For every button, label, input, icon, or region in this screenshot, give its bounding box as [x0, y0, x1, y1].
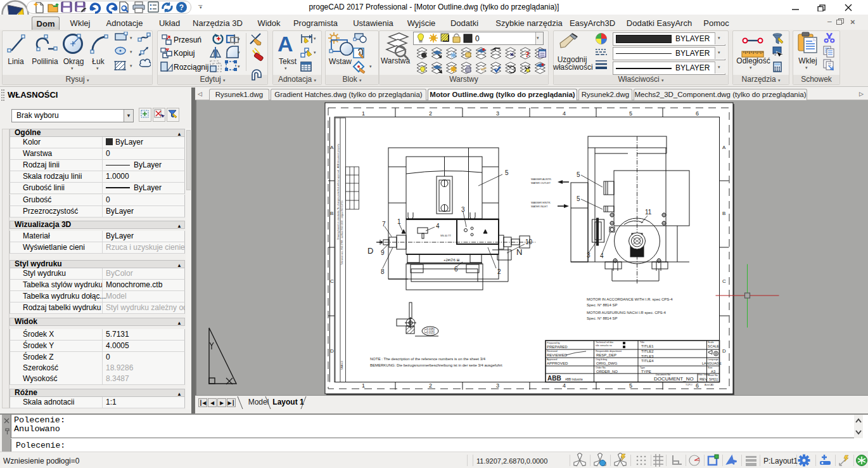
svg-text:Language: Language	[708, 358, 718, 361]
svg-text:SN 40 TT: SN 40 TT	[440, 234, 452, 237]
svg-text:1: 1	[362, 110, 365, 117]
svg-text:B: B	[330, 211, 333, 216]
svg-text:5: 5	[629, 110, 632, 117]
svg-text:WATER INLET: WATER INLET	[531, 205, 548, 208]
svg-text:?: ?	[179, 3, 184, 12]
svg-text:Title: Title	[640, 341, 644, 344]
svg-text:D: D	[330, 348, 334, 354]
svg-text:PREPARED: PREPARED	[547, 345, 568, 349]
svg-text:3: 3	[496, 110, 499, 117]
svg-text:C: C	[330, 278, 334, 284]
svg-text:APPROVED: APPROVED	[547, 361, 568, 365]
svg-text:WASSER AUSTR.: WASSER AUSTR.	[531, 178, 552, 181]
svg-text:+2#∅6 ⊞: +2#∅6 ⊞	[444, 258, 459, 262]
svg-text:8: 8	[381, 268, 385, 275]
svg-text:Drawing based on standards. No: Drawing based on standards. No changes p…	[337, 144, 340, 240]
svg-text:Responsible department: Responsible department	[596, 350, 622, 353]
svg-text:TYPE: TYPE	[641, 370, 651, 374]
svg-text:ORIG_DWG: ORIG_DWG	[596, 361, 618, 365]
svg-text:SH[1]: SH[1]	[709, 377, 718, 381]
svg-text:7: 7	[382, 221, 386, 228]
svg-text:RESP_DEP: RESP_DEP	[596, 353, 616, 357]
svg-text:Technical ref doc: Technical ref doc	[596, 341, 614, 344]
svg-text:LANGUAGE: LANGUAGE	[702, 361, 722, 365]
svg-text:2: 2	[429, 382, 432, 389]
svg-text:10: 10	[525, 238, 533, 245]
svg-text:Tolerance acc. ISO 2768 - surf: Tolerance acc. ISO 2768 - surface ISO 13…	[341, 200, 343, 265]
svg-text:N: N	[516, 247, 522, 257]
svg-text:AutoCAD: AutoCAD	[705, 384, 714, 386]
svg-text:Size: Size	[708, 367, 712, 369]
svg-text:11: 11	[645, 209, 652, 216]
svg-text:TCP##: TCP##	[686, 384, 692, 386]
svg-text:ABB Industria: ABB Industria	[565, 378, 583, 381]
svg-text:(+0.015): (+0.015)	[424, 331, 435, 334]
svg-text:Prepared by: Prepared by	[547, 342, 560, 344]
svg-text:D: D	[722, 348, 726, 354]
svg-text:Order No.: Order No.	[596, 367, 606, 369]
svg-text:2: 2	[497, 268, 501, 275]
svg-text:Type: Type	[640, 367, 645, 369]
svg-text:TITLE1: TITLE1	[641, 344, 654, 348]
svg-text:DOCUMENT_NO: DOCUMENT_NO	[654, 376, 694, 382]
svg-text:REVIEWED: REVIEWED	[547, 353, 568, 357]
svg-text:2: 2	[429, 110, 432, 117]
svg-text:6: 6	[696, 382, 699, 389]
svg-text:TITLE2: TITLE2	[641, 349, 654, 353]
svg-text:MOTOR IN ACCORDANCE WITH I.R.: MOTOR IN ACCORDANCE WITH I.R. spec CPS-4	[587, 297, 673, 301]
svg-text:5: 5	[629, 382, 632, 389]
svg-text:3: 3	[496, 382, 499, 389]
svg-text:WATER OUTLET: WATER OUTLET	[531, 181, 551, 185]
svg-text:WASSER EINTR.: WASSER EINTR.	[531, 201, 551, 204]
svg-text:Sheet No: Sheet No	[708, 374, 718, 377]
svg-text:NOTE : The description of the: NOTE : The description of the reference …	[370, 357, 486, 361]
svg-text:B: B	[722, 211, 725, 216]
svg-text:ORDER_NO: ORDER_NO	[596, 370, 618, 374]
svg-text:Orig'd dwg: Orig'd dwg	[596, 358, 607, 361]
svg-text:4: 4	[563, 110, 566, 117]
svg-text:4: 4	[436, 223, 440, 230]
svg-text:D: D	[367, 246, 373, 256]
svg-text:9: 9	[381, 249, 385, 256]
svg-text:Reviewed: Reviewed	[547, 350, 558, 353]
svg-text:MOTOR AUSFURUNG NACH I.R spec: MOTOR AUSFURUNG NACH I.R spec. CPS-4	[587, 311, 667, 315]
svg-text:Scale: Scale	[708, 341, 714, 344]
svg-text:6: 6	[696, 110, 699, 117]
svg-text:4: 4	[600, 252, 604, 259]
svg-text:TITLE4: TITLE4	[641, 359, 654, 363]
svg-text:?: ?	[525, 49, 530, 59]
svg-text:SAIA 4.9: SAIA 4.9	[341, 361, 343, 370]
svg-text:C: C	[722, 278, 726, 284]
svg-text:A: A	[330, 145, 334, 150]
svg-text:Approved: Approved	[547, 358, 557, 361]
svg-text:1: 1	[362, 382, 365, 389]
svg-text:5: 5	[577, 171, 580, 178]
svg-text:A: A	[722, 145, 726, 150]
svg-text:5: 5	[577, 195, 580, 202]
svg-text:SCALE: SCALE	[708, 344, 719, 348]
svg-text:BEMERKUNG: Die bezugsnummerbes: BEMERKUNG: Die bezugsnummerbeschreibung …	[370, 363, 502, 367]
svg-text:A3: A3	[711, 370, 716, 374]
svg-text:TITLE3: TITLE3	[641, 354, 654, 358]
svg-text:REV: REV	[699, 377, 707, 381]
svg-text:ABB: ABB	[547, 375, 561, 382]
svg-text:Spec. N° 8814 SP: Spec. N° 8814 SP	[587, 316, 617, 320]
svg-text:Spec. N° 8814 SP: Spec. N° 8814 SP	[587, 303, 617, 307]
svg-text:5: 5	[505, 169, 509, 176]
svg-text:title remarks no: title remarks no	[596, 344, 612, 347]
svg-text:4: 4	[563, 382, 566, 389]
